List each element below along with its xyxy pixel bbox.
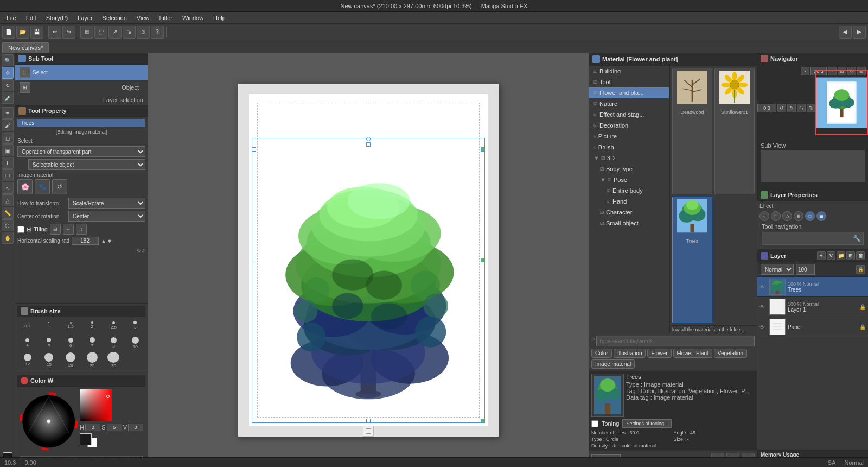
- mat-icon3[interactable]: ↺: [52, 179, 67, 194]
- handle-top-right[interactable]: [481, 147, 485, 152]
- menu-selection[interactable]: Selection: [98, 14, 131, 22]
- canvas-area[interactable]: [148, 53, 589, 467]
- thumb-deadwood[interactable]: Deadwood: [672, 68, 712, 194]
- menu-view[interactable]: View: [132, 14, 154, 22]
- nav-fliph[interactable]: ⇆: [797, 104, 806, 112]
- tb-a2[interactable]: ↘: [123, 26, 136, 39]
- tool-fill[interactable]: ▣: [2, 144, 14, 156]
- color-rectangle[interactable]: [80, 389, 112, 421]
- menu-file[interactable]: File: [2, 14, 21, 22]
- tree-building[interactable]: ☑ Building: [589, 66, 669, 77]
- eff-edge[interactable]: ◇: [782, 211, 792, 221]
- layer-new-vector[interactable]: V: [827, 251, 835, 260]
- tool-move[interactable]: ✥: [2, 67, 14, 79]
- handle-mid-right[interactable]: [481, 258, 485, 262]
- tree-flower[interactable]: ☑ Flower and pla...: [589, 87, 669, 98]
- tree-hand[interactable]: ☑ Hand: [589, 196, 669, 207]
- canvas-tab[interactable]: New canvas*: [2, 42, 49, 53]
- tool-lasso[interactable]: ∿: [2, 182, 14, 194]
- tiling-icon-btn3[interactable]: ↕: [76, 224, 87, 235]
- tree-tool[interactable]: ☑ Tool: [589, 77, 669, 87]
- brush-2.5[interactable]: 2.5: [104, 317, 124, 333]
- brush-1.5[interactable]: 1.5: [60, 317, 81, 333]
- subtool-select[interactable]: ⬚ Select: [15, 65, 148, 80]
- tiling-checkbox[interactable]: [17, 226, 24, 233]
- eff-blue2[interactable]: ◼: [816, 211, 826, 221]
- tool-ruler[interactable]: 📏: [2, 207, 14, 219]
- nav-r1[interactable]: ↺: [777, 104, 786, 112]
- paper-vis[interactable]: 👁: [760, 324, 767, 330]
- layer-1[interactable]: 👁 100 % Normal Layer 1 🔒: [757, 297, 868, 317]
- layer-new-raster[interactable]: +: [817, 251, 826, 260]
- tool-text[interactable]: T: [2, 157, 14, 169]
- eff-circle[interactable]: ○: [760, 211, 769, 221]
- tool-zoom[interactable]: 🔍: [2, 54, 14, 66]
- brush-10[interactable]: 10: [125, 335, 145, 351]
- mat-icon2[interactable]: 🐾: [35, 179, 50, 194]
- tree-brush[interactable]: ○ Brush: [589, 142, 669, 153]
- tb-help[interactable]: ?: [151, 26, 164, 39]
- tb-save[interactable]: 💾: [30, 26, 43, 39]
- thumb-sunflower[interactable]: Sunflower01: [714, 68, 755, 194]
- brush-0.7[interactable]: 0.7: [17, 317, 38, 333]
- tree-3d[interactable]: ▼ ☑ 3D: [589, 153, 669, 163]
- tb-redo[interactable]: ↪: [62, 26, 75, 39]
- eff-line[interactable]: ⬚: [771, 211, 781, 221]
- eff-blue1[interactable]: □: [805, 211, 815, 221]
- tree-nature[interactable]: ☑ Nature: [589, 98, 669, 109]
- transparent-op-select[interactable]: Operation of transparent part: [17, 146, 145, 157]
- brush-6[interactable]: 6: [60, 335, 81, 351]
- handle-top-left[interactable]: [252, 147, 256, 152]
- tb-a3[interactable]: ⊙: [137, 26, 150, 39]
- layer-paper[interactable]: 👁 Paper 🔒: [757, 317, 868, 337]
- menu-edit[interactable]: Edit: [22, 14, 41, 22]
- tool-eyedrop[interactable]: 💉: [2, 92, 14, 104]
- brush-1[interactable]: 1: [39, 317, 60, 333]
- brush-5[interactable]: 5: [39, 335, 60, 351]
- handle-top-center-circle[interactable]: [366, 137, 371, 141]
- tool-poly[interactable]: △: [2, 194, 14, 206]
- tool-rotate[interactable]: ↻: [2, 79, 14, 91]
- tb-open[interactable]: 📂: [16, 26, 29, 39]
- brush-15[interactable]: 15: [39, 352, 60, 368]
- layer-folder[interactable]: 📁: [837, 251, 845, 260]
- layer-merge[interactable]: ⊞: [846, 251, 855, 260]
- handle-bot-right[interactable]: [481, 419, 485, 423]
- layer-delete[interactable]: 🗑: [856, 251, 865, 260]
- tree-character[interactable]: ☑ Character: [589, 207, 669, 218]
- brush-3[interactable]: 3: [125, 317, 145, 333]
- brush-25[interactable]: 25: [82, 352, 103, 368]
- toning-checkbox[interactable]: [591, 420, 598, 427]
- nav-rotation-input[interactable]: [757, 104, 776, 112]
- tool-eraser[interactable]: ◻: [2, 132, 14, 144]
- brush-20[interactable]: 20: [60, 352, 81, 368]
- brush-2[interactable]: 2: [82, 317, 103, 333]
- tag-flower-plant[interactable]: Flower_Plant: [673, 349, 712, 358]
- menu-layer[interactable]: Layer: [73, 14, 97, 22]
- lock-trans[interactable]: 🔒: [856, 265, 865, 274]
- nav-thumb[interactable]: [815, 70, 868, 135]
- tag-illustration[interactable]: Illustration: [614, 349, 646, 358]
- h-scaling-input[interactable]: [72, 237, 99, 245]
- handle-bot-center[interactable]: [366, 419, 371, 423]
- nav-flipv[interactable]: ⇅: [807, 104, 815, 112]
- tool-select-rect[interactable]: ⬚: [2, 169, 14, 181]
- tag-vegetation[interactable]: Vegetation: [714, 349, 747, 358]
- tool-brush[interactable]: 🖌: [2, 119, 14, 131]
- handle-top-center[interactable]: [366, 142, 371, 147]
- layer1-vis[interactable]: 👁: [760, 304, 767, 310]
- tag-image-material[interactable]: Image material: [591, 359, 635, 369]
- nav-zoom-out[interactable]: -: [801, 67, 809, 75]
- brush-30[interactable]: 30: [104, 352, 124, 368]
- eff-texture[interactable]: ⊞: [794, 211, 803, 221]
- tree-effect[interactable]: ☑ Effect and stag...: [589, 109, 669, 120]
- tb-transform[interactable]: ⊞: [80, 26, 93, 39]
- h-input[interactable]: [85, 424, 100, 431]
- tiling-icon-btn1[interactable]: ⊞: [50, 224, 61, 235]
- thumb-trees[interactable]: Trees: [672, 197, 712, 323]
- tag-color[interactable]: Color: [591, 349, 612, 358]
- tool-nav-bar[interactable]: 🔧: [762, 232, 864, 245]
- tb-a1[interactable]: ↗: [108, 26, 122, 39]
- tool-3d[interactable]: ⬡: [2, 219, 14, 231]
- brush-7[interactable]: 7: [82, 335, 103, 351]
